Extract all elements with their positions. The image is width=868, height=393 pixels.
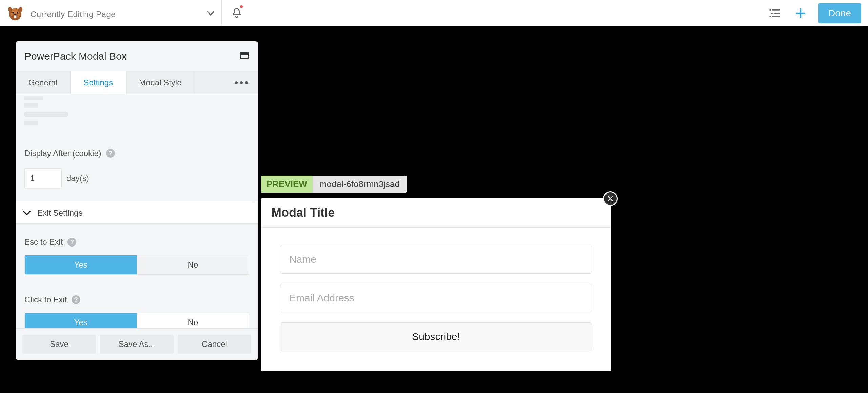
tab-more-button[interactable]	[225, 71, 258, 94]
svg-point-9	[769, 9, 771, 11]
page-title-text: Currently Editing Page	[31, 9, 116, 19]
svg-point-13	[769, 16, 771, 17]
add-content-button[interactable]	[792, 5, 809, 21]
topbar-right: Done	[767, 3, 868, 23]
preview-label: PREVIEW modal-6fo8rmn3jsad	[261, 176, 407, 193]
chevron-down-icon	[205, 8, 216, 18]
save-button[interactable]: Save	[22, 335, 96, 354]
display-after-input[interactable]	[24, 168, 62, 189]
svg-point-6	[14, 13, 17, 15]
save-as-button[interactable]: Save As...	[100, 335, 174, 354]
page-dropdown-toggle[interactable]	[204, 6, 217, 20]
section-exit-settings[interactable]: Exit Settings	[16, 202, 258, 224]
setting-click-to-exit: Click to Exit ? Yes No	[16, 281, 258, 328]
help-icon[interactable]: ?	[67, 238, 76, 247]
tab-modal-style[interactable]: Modal Style	[126, 71, 195, 94]
notifications-button[interactable]	[226, 0, 248, 26]
chevron-down-icon	[22, 208, 32, 218]
close-icon	[607, 195, 614, 202]
esc-to-exit-label: Esc to Exit	[24, 237, 63, 247]
module-settings-panel: PowerPack Modal Box General Settings Mod…	[16, 41, 258, 360]
modal-preview: Modal Title Subscribe!	[261, 198, 611, 371]
outline-panel-button[interactable]	[767, 5, 783, 21]
svg-rect-3	[14, 15, 17, 18]
svg-point-4	[12, 12, 14, 13]
help-icon[interactable]: ?	[106, 149, 115, 158]
panel-body[interactable]: Display After (cookie) ? day(s) Exit Set…	[16, 94, 258, 328]
cancel-button[interactable]: Cancel	[178, 335, 251, 354]
click-to-exit-label: Click to Exit	[24, 295, 67, 304]
preview-id: modal-6fo8rmn3jsad	[313, 176, 407, 193]
panel-title: PowerPack Modal Box	[24, 51, 127, 62]
setting-display-after: Display After (cookie) ? day(s)	[16, 142, 258, 189]
click-to-exit-no[interactable]: No	[137, 313, 249, 328]
subscribe-button[interactable]: Subscribe!	[280, 322, 592, 351]
svg-point-5	[17, 12, 18, 13]
preview-badge: PREVIEW	[261, 176, 313, 193]
beaver-builder-logo[interactable]	[0, 0, 31, 26]
display-after-label: Display After (cookie)	[24, 149, 101, 158]
topbar: Currently Editing Page	[0, 0, 868, 26]
esc-to-exit-toggle: Yes No	[24, 255, 249, 275]
panel-expand-button[interactable]	[240, 52, 249, 61]
modal-body: Subscribe!	[261, 228, 611, 371]
modal-close-button[interactable]	[603, 191, 618, 206]
tab-settings[interactable]: Settings	[71, 71, 126, 94]
name-input[interactable]	[280, 245, 592, 274]
more-icon	[235, 81, 248, 84]
bell-icon	[231, 7, 243, 19]
panel-tabs: General Settings Modal Style	[16, 71, 258, 94]
esc-to-exit-yes[interactable]: Yes	[25, 255, 137, 274]
modal-header: Modal Title	[261, 198, 611, 228]
email-input[interactable]	[280, 284, 592, 312]
panel-footer: Save Save As... Cancel	[16, 328, 258, 360]
outline-icon	[768, 6, 782, 20]
display-after-unit: day(s)	[66, 174, 89, 183]
notification-dot	[240, 5, 243, 8]
modal-title: Modal Title	[271, 205, 601, 220]
section-title: Exit Settings	[37, 208, 82, 218]
esc-to-exit-no[interactable]: No	[137, 255, 249, 274]
click-to-exit-yes[interactable]: Yes	[25, 313, 137, 328]
collapsed-setting-placeholder	[24, 96, 68, 125]
help-icon[interactable]: ?	[72, 295, 80, 304]
page-title: Currently Editing Page	[31, 7, 116, 19]
panel-header: PowerPack Modal Box	[16, 41, 258, 71]
svg-point-11	[771, 12, 773, 14]
maximize-icon	[240, 52, 249, 59]
divider	[221, 0, 222, 26]
tab-general[interactable]: General	[16, 71, 71, 94]
setting-esc-to-exit: Esc to Exit ? Yes No	[16, 224, 258, 275]
click-to-exit-toggle: Yes No	[24, 313, 249, 328]
topbar-left: Currently Editing Page	[0, 0, 248, 26]
plus-icon	[794, 7, 807, 19]
done-button[interactable]: Done	[818, 3, 861, 23]
